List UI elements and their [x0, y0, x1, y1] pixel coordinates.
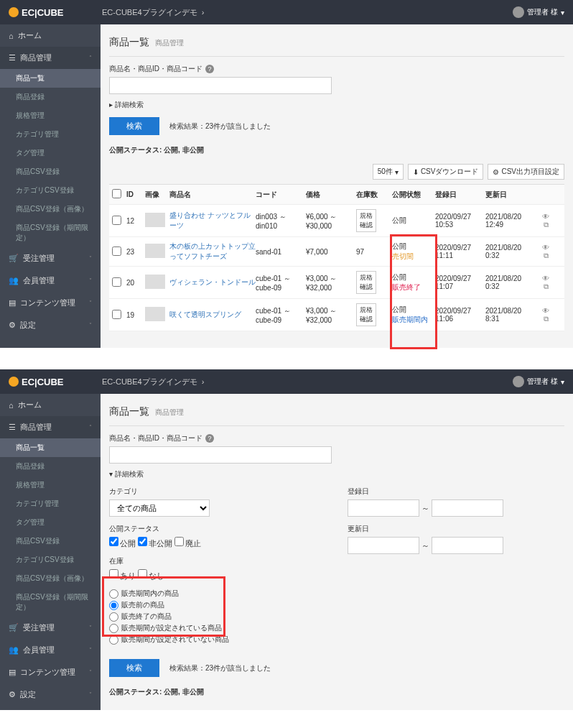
ps-public[interactable]: 公開 [109, 539, 136, 548]
select-all-checkbox[interactable] [112, 189, 121, 198]
sidebar-sub-reg[interactable]: 商品登録 [0, 457, 101, 476]
sidebar-item-order[interactable]: 🛒 受注管理˅ [0, 617, 101, 639]
sidebar-sub-tag[interactable]: タグ管理 [0, 144, 101, 162]
sidebar-sub-csvper[interactable]: 商品CSV登録（期間限定） [0, 588, 101, 617]
table-row[interactable]: 20ヴィシェラン・トンドールcube-01 ～ cube-09¥3,000 ～ … [109, 267, 564, 299]
help-icon[interactable]: ? [205, 434, 214, 443]
sidebar-sub-csvimg[interactable]: 商品CSV登録（画像） [0, 569, 101, 588]
table-row[interactable]: 23木の板の上カットトップ立ってソフトチーズsand-01¥7,00097公開売… [109, 237, 564, 267]
stock-no[interactable]: なし [138, 571, 164, 580]
cell-price: ¥3,000 ～ ¥32,000 [306, 274, 356, 292]
user-menu[interactable]: 管理者 様▾ [513, 376, 564, 387]
sidebar-item-home[interactable]: ⌂ ホーム [0, 24, 101, 47]
table-row[interactable]: 19咲くて透明スプリングcube-01 ～ cube-09¥3,000 ～ ¥3… [109, 299, 564, 331]
sidebar-sub-spec[interactable]: 規格管理 [0, 106, 101, 125]
cell-actions: 👁⧉ [536, 275, 556, 291]
copy-icon[interactable]: ⧉ [544, 315, 549, 323]
copy-icon[interactable]: ⧉ [544, 221, 549, 229]
cell-name[interactable]: 木の板の上カットトップ立ってソフトチーズ [169, 241, 256, 262]
csv-config-button[interactable]: ⚙ CSV出力項目設定 [488, 164, 564, 180]
sidebar-item-content[interactable]: ▤ コンテンツ管理˅ [0, 292, 101, 314]
sidebar-sub-cat[interactable]: カテゴリ管理 [0, 494, 101, 513]
row-checkbox[interactable] [112, 277, 121, 287]
sidebar-sub-list[interactable]: 商品一覧 [0, 69, 101, 88]
cell-name[interactable]: 咲くて透明スプリング [169, 310, 256, 320]
cell-name[interactable]: ヴィシェラン・トンドール [169, 277, 256, 287]
product-table: ID 画像 商品名 コード 価格 在庫数 公開状態 登録日 更新日 12盛り合わ… [109, 184, 564, 331]
cell-name[interactable]: 盛り合わせ ナッツとフルーツ [169, 211, 256, 231]
col-price: 価格 [306, 190, 356, 200]
sidebar-item-setting[interactable]: ⚙ 設定˅ [0, 683, 101, 706]
ps-private[interactable]: 非公開 [138, 539, 172, 548]
breadcrumb[interactable]: EC-CUBE4プラグインデモ› [102, 377, 204, 387]
upd-date-from[interactable] [348, 537, 419, 554]
search-button[interactable]: 検索 [109, 117, 159, 135]
sale-period-radio[interactable]: 販売前の商品 [109, 600, 326, 610]
sidebar-item-content[interactable]: ▤ コンテンツ管理˅ [0, 661, 101, 683]
sale-period-radio[interactable]: 販売期間が設定されていない商品 [109, 635, 326, 645]
cell-id: 23 [126, 248, 145, 256]
search-input[interactable] [109, 77, 332, 94]
search-input[interactable] [109, 446, 332, 464]
csv-download-button[interactable]: ⬇ CSVダウンロード [408, 164, 484, 180]
sidebar-item-home[interactable]: ⌂ ホーム [0, 394, 101, 416]
category-select[interactable]: 全ての商品 [109, 499, 210, 517]
eye-icon[interactable]: 👁 [542, 244, 549, 252]
sidebar-item-member[interactable]: 👥 会員管理˅ [0, 269, 101, 292]
row-checkbox[interactable] [112, 246, 121, 256]
ps-discontinued[interactable]: 廃止 [174, 539, 201, 548]
eye-icon[interactable]: 👁 [542, 213, 549, 221]
row-checkbox[interactable] [112, 216, 121, 225]
cell-thumb [145, 213, 169, 229]
sidebar-item-order[interactable]: 🛒 受注管理˅ [0, 247, 101, 269]
cell-status: 公開販売期間内 [392, 305, 435, 325]
advanced-search-toggle[interactable]: ▾ 詳細検索 [109, 469, 144, 479]
copy-icon[interactable]: ⧉ [544, 282, 549, 290]
table-row[interactable]: 12盛り合わせ ナッツとフルーツdin003 ～ din010¥6,000 ～ … [109, 205, 564, 237]
eye-icon[interactable]: 👁 [542, 275, 549, 282]
sidebar-sub-csv[interactable]: 商品CSV登録 [0, 162, 101, 181]
reg-date-from[interactable] [348, 499, 419, 517]
sidebar-sub-csvper[interactable]: 商品CSV登録（期間限定） [0, 218, 101, 247]
eye-icon[interactable]: 👁 [542, 307, 549, 315]
logo[interactable]: EC|CUBE [9, 7, 102, 18]
sidebar-item-setting[interactable]: ⚙ 設定˅ [0, 314, 101, 336]
cell-reg: 2020/09/27 10:53 [435, 213, 485, 229]
logo-icon [9, 7, 19, 17]
sidebar-sub-catcsv[interactable]: カテゴリCSV登録 [0, 550, 101, 569]
chevron-down-icon: ▾ [561, 378, 564, 386]
user-menu[interactable]: 管理者 様▾ [513, 6, 564, 18]
sidebar-sub-list[interactable]: 商品一覧 [0, 438, 101, 457]
sale-period-radio[interactable]: 販売期間が設定されている商品 [109, 623, 326, 633]
sidebar-sub-cat[interactable]: カテゴリ管理 [0, 125, 101, 144]
sidebar-item-member[interactable]: 👥 会員管理˅ [0, 639, 101, 661]
per-page-select[interactable]: 50件 ▾ [373, 164, 404, 180]
row-checkbox[interactable] [112, 310, 121, 319]
logo[interactable]: EC|CUBE [9, 377, 102, 387]
cell-reg: 2020/09/27 11:11 [435, 244, 485, 259]
reg-date-to[interactable] [432, 499, 503, 517]
sale-period-radio[interactable]: 販売終了の商品 [109, 612, 326, 622]
sidebar-sub-tag[interactable]: タグ管理 [0, 513, 101, 532]
sidebar-sub-spec[interactable]: 規格管理 [0, 476, 101, 494]
upd-date-to[interactable] [432, 537, 503, 554]
cell-id: 20 [126, 279, 145, 287]
sale-period-radio[interactable]: 販売期間内の商品 [109, 589, 326, 599]
sidebar-sub-catcsv[interactable]: カテゴリCSV登録 [0, 181, 101, 200]
cell-upd: 2021/08/20 0:32 [485, 275, 536, 290]
sidebar-sub-csvimg[interactable]: 商品CSV登録（画像） [0, 200, 101, 218]
sidebar-item-products[interactable]: ☰ 商品管理˄ [0, 47, 101, 69]
stock-yes[interactable]: あり [109, 571, 136, 580]
breadcrumb[interactable]: EC-CUBE4プラグインデモ› [102, 7, 204, 18]
chevron-right-icon: › [202, 377, 205, 386]
search-button[interactable]: 検索 [109, 659, 159, 677]
stock-label: 在庫 [109, 556, 326, 566]
advanced-search-toggle[interactable]: ▸ 詳細検索 [109, 100, 144, 110]
help-icon[interactable]: ? [205, 65, 214, 73]
sidebar-sub-reg[interactable]: 商品登録 [0, 88, 101, 106]
sidebar-sub-csv[interactable]: 商品CSV登録 [0, 532, 101, 550]
cell-reg: 2020/09/27 11:06 [435, 307, 485, 323]
sidebar-item-products[interactable]: ☰ 商品管理˄ [0, 416, 101, 438]
copy-icon[interactable]: ⧉ [544, 252, 549, 259]
cell-id: 12 [126, 217, 145, 225]
